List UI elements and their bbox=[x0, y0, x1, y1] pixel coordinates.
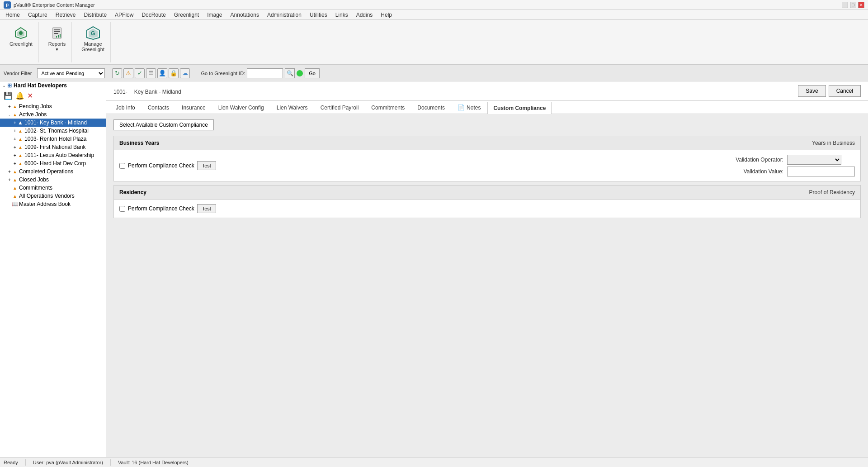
closed-expand[interactable]: + bbox=[7, 177, 12, 182]
business-years-header: Business Years Years in Business bbox=[114, 136, 860, 150]
tab-documents[interactable]: Documents bbox=[411, 101, 451, 114]
proof-of-residency-label: Proof of Residency bbox=[809, 189, 855, 195]
job6000-expand[interactable]: + bbox=[13, 161, 17, 166]
all-ops-label: All Operations Vendors bbox=[19, 193, 75, 199]
master-icon: 📖 bbox=[12, 201, 18, 207]
maximize-button[interactable]: □ bbox=[850, 2, 856, 8]
search-button[interactable]: 🔍 bbox=[285, 68, 295, 78]
commitments-expand[interactable] bbox=[7, 186, 12, 191]
warning-button[interactable]: ⚠ bbox=[123, 68, 133, 78]
menu-distribute[interactable]: Distribute bbox=[80, 11, 110, 19]
menu-capture[interactable]: Capture bbox=[24, 11, 51, 19]
menu-apflow[interactable]: APFlow bbox=[111, 11, 137, 19]
job1011-expand[interactable]: + bbox=[13, 153, 17, 158]
menu-retrieve[interactable]: Retrieve bbox=[52, 11, 80, 19]
cancel-button[interactable]: Cancel bbox=[829, 85, 861, 97]
pending-expand[interactable]: + bbox=[7, 104, 12, 109]
tree-commitments[interactable]: ▲ Commitments bbox=[0, 184, 106, 192]
tab-job-info[interactable]: Job Info bbox=[110, 101, 141, 114]
business-years-checkbox[interactable] bbox=[119, 163, 125, 169]
list-button[interactable]: ☰ bbox=[146, 68, 156, 78]
tab-contacts[interactable]: Contacts bbox=[142, 101, 175, 114]
ribbon-greenlight-button[interactable]: Greenlight bbox=[7, 24, 35, 49]
residency-checkbox[interactable] bbox=[119, 206, 125, 212]
tree-closed-jobs[interactable]: + ▲ Closed Jobs bbox=[0, 176, 106, 184]
business-years-check-label: Perform Compliance Check bbox=[128, 162, 194, 169]
menu-addins[interactable]: Addins bbox=[353, 11, 377, 19]
tab-lien-waiver-config[interactable]: Lien Waiver Config bbox=[212, 101, 270, 114]
bell-icon[interactable]: 🔔 bbox=[15, 91, 24, 100]
menu-annotations[interactable]: Annotations bbox=[227, 11, 263, 19]
residency-test-button[interactable]: Test bbox=[197, 204, 216, 213]
tab-commitments[interactable]: Commitments bbox=[365, 101, 410, 114]
lock-button[interactable]: 🔒 bbox=[169, 68, 179, 78]
business-years-test-button[interactable]: Test bbox=[197, 161, 216, 170]
status-ready: Ready bbox=[4, 460, 18, 465]
completed-expand[interactable]: + bbox=[7, 169, 12, 174]
go-input[interactable] bbox=[247, 68, 283, 78]
active-icon: ▲ bbox=[12, 111, 18, 118]
tab-lien-waivers[interactable]: Lien Waivers bbox=[271, 101, 314, 114]
job-id: 1001- bbox=[113, 89, 127, 95]
tree-job-1002[interactable]: + ▲ 1002- St. Thomas Hospital bbox=[0, 127, 106, 135]
residency-check-group: Perform Compliance Check Test bbox=[119, 204, 216, 213]
vendor-filter-dropdown[interactable]: Active and Pending All Pending Active Cl… bbox=[37, 68, 105, 78]
x-icon[interactable]: ✕ bbox=[27, 91, 33, 100]
ribbon: Greenlight Reports ▼ bbox=[0, 20, 868, 65]
pending-label: Pending Jobs bbox=[19, 103, 52, 110]
select-available-button[interactable]: Select Available Custom Compliance bbox=[113, 119, 214, 130]
user-button[interactable]: 👤 bbox=[157, 68, 167, 78]
status-user: User: pva (pVault Administrator) bbox=[33, 460, 103, 465]
validation-value-input[interactable] bbox=[787, 167, 855, 176]
all-ops-expand[interactable] bbox=[7, 194, 12, 199]
tree-completed-ops[interactable]: + ▲ Completed Operations bbox=[0, 167, 106, 176]
tree-job-6000[interactable]: + ▲ 6000- Hard Hat Dev Corp bbox=[0, 159, 106, 167]
status-divider-2 bbox=[110, 459, 111, 466]
validation-operator-select[interactable] bbox=[787, 155, 841, 165]
tree-job-1011[interactable]: + ▲ 1011- Lexus Auto Dealership bbox=[0, 151, 106, 159]
tabs-bar: Job Info Contacts Insurance Lien Waiver … bbox=[106, 101, 868, 114]
refresh-button[interactable]: ↻ bbox=[112, 68, 122, 78]
menu-utilities[interactable]: Utilities bbox=[306, 11, 331, 19]
toolbar: Vendor Filter Active and Pending All Pen… bbox=[0, 65, 868, 81]
tab-custom-compliance[interactable]: Custom Compliance bbox=[487, 102, 552, 114]
save-icon[interactable]: 💾 bbox=[4, 91, 13, 100]
root-label: Hard Hat Developers bbox=[14, 82, 67, 89]
tree-active-jobs[interactable]: - ▲ Active Jobs bbox=[0, 110, 106, 119]
tree-job-1001[interactable]: + ▲ 1001- Key Bank - Midland bbox=[0, 119, 106, 127]
close-button[interactable]: ✕ bbox=[858, 2, 864, 8]
tree-master-address[interactable]: 📖 Master Address Book bbox=[0, 200, 106, 208]
tree-job-1009[interactable]: + ▲ 1009- First National Bank bbox=[0, 143, 106, 151]
tab-insurance[interactable]: Insurance bbox=[176, 101, 212, 114]
job1002-expand[interactable]: + bbox=[13, 129, 17, 133]
tree-pending-jobs[interactable]: + ▲ Pending Jobs bbox=[0, 102, 106, 110]
ribbon-manage-button[interactable]: G ManageGreenlight bbox=[79, 24, 107, 54]
job1009-expand[interactable]: + bbox=[13, 145, 17, 150]
minimize-button[interactable]: _ bbox=[842, 2, 848, 8]
job1001-expand[interactable]: + bbox=[13, 120, 17, 125]
toolbar-icons: ↻ ⚠ ✓ ☰ 👤 🔒 ☁ bbox=[112, 68, 190, 78]
ribbon-reports-button[interactable]: Reports ▼ bbox=[46, 24, 68, 54]
root-expand[interactable]: - bbox=[2, 83, 6, 88]
menu-home[interactable]: Home bbox=[2, 11, 24, 19]
save-button[interactable]: Save bbox=[798, 85, 826, 97]
check-button[interactable]: ✓ bbox=[135, 68, 145, 78]
window-controls[interactable]: _ □ ✕ bbox=[842, 2, 864, 8]
menu-image[interactable]: Image bbox=[203, 11, 226, 19]
tree-job-1003[interactable]: + ▲ 1003- Renton Hotel Plaza bbox=[0, 135, 106, 143]
active-expand[interactable]: - bbox=[7, 112, 12, 117]
cloud-button[interactable]: ☁ bbox=[180, 68, 190, 78]
master-expand[interactable] bbox=[7, 202, 12, 207]
menu-administration[interactable]: Administration bbox=[264, 11, 305, 19]
menu-greenlight[interactable]: Greenlight bbox=[170, 11, 203, 19]
job1003-expand[interactable]: + bbox=[13, 137, 17, 142]
go-button[interactable]: Go bbox=[305, 68, 320, 78]
menu-help[interactable]: Help bbox=[377, 11, 396, 19]
tab-notes[interactable]: 📄 Notes bbox=[452, 101, 486, 114]
go-section: Go to Greenlight ID: 🔍 Go bbox=[201, 68, 320, 78]
menu-links[interactable]: Links bbox=[332, 11, 352, 19]
tree-root[interactable]: - ⊞ Hard Hat Developers bbox=[0, 81, 106, 90]
tab-certified-payroll[interactable]: Certified Payroll bbox=[315, 101, 365, 114]
tree-all-ops[interactable]: ▲ All Operations Vendors bbox=[0, 192, 106, 200]
menu-docroute[interactable]: DocRoute bbox=[138, 11, 169, 19]
